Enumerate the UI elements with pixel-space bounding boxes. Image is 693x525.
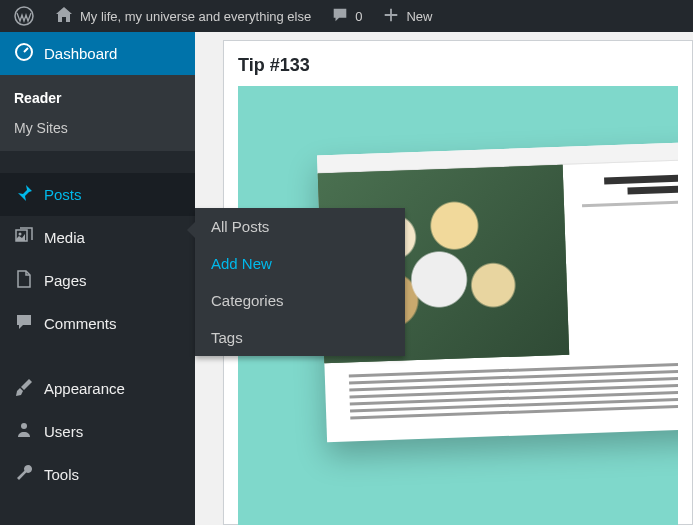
menu-label: Tools [44, 466, 79, 483]
flyout-tags[interactable]: Tags [195, 319, 405, 356]
menu-users[interactable]: Users [0, 410, 195, 453]
menu-label: Comments [44, 315, 117, 332]
home-icon [54, 5, 74, 28]
new-label: New [406, 9, 432, 24]
dashboard-submenu: Reader My Sites [0, 75, 195, 151]
admin-toolbar: My life, my universe and everything else… [0, 0, 693, 32]
site-home-link[interactable]: My life, my universe and everything else [48, 0, 317, 32]
page-icon [14, 269, 34, 292]
menu-comments[interactable]: Comments [0, 302, 195, 345]
menu-label: Appearance [44, 380, 125, 397]
new-content-link[interactable]: New [376, 0, 438, 32]
wordpress-logo[interactable] [8, 0, 40, 32]
svg-point-3 [21, 423, 27, 429]
admin-sidebar: Dashboard Reader My Sites Posts Media Pa… [0, 32, 195, 525]
submenu-reader[interactable]: Reader [0, 83, 195, 113]
flyout-categories[interactable]: Categories [195, 282, 405, 319]
svg-point-2 [19, 233, 22, 236]
wrench-icon [14, 463, 34, 486]
menu-appearance[interactable]: Appearance [0, 367, 195, 410]
menu-posts[interactable]: Posts [0, 173, 195, 216]
flyout-all-posts[interactable]: All Posts [195, 208, 405, 245]
brush-icon [14, 377, 34, 400]
menu-label: Dashboard [44, 45, 117, 62]
menu-label: Users [44, 423, 83, 440]
comments-count: 0 [355, 9, 362, 24]
tip-title: Tip #133 [238, 55, 678, 76]
pin-icon [14, 183, 34, 206]
flyout-add-new[interactable]: Add New [195, 245, 405, 282]
users-icon [14, 420, 34, 443]
comment-icon [14, 312, 34, 335]
plus-icon [382, 6, 400, 27]
menu-media[interactable]: Media [0, 216, 195, 259]
posts-submenu-flyout: All Posts Add New Categories Tags [195, 208, 405, 356]
submenu-my-sites[interactable]: My Sites [0, 113, 195, 143]
dashboard-icon [14, 42, 34, 65]
comment-icon [331, 6, 349, 27]
menu-label: Posts [44, 186, 82, 203]
site-title: My life, my universe and everything else [80, 9, 311, 24]
menu-label: Pages [44, 272, 87, 289]
menu-pages[interactable]: Pages [0, 259, 195, 302]
menu-label: Media [44, 229, 85, 246]
comments-link[interactable]: 0 [325, 0, 368, 32]
media-icon [14, 226, 34, 249]
menu-tools[interactable]: Tools [0, 453, 195, 496]
menu-dashboard[interactable]: Dashboard [0, 32, 195, 75]
